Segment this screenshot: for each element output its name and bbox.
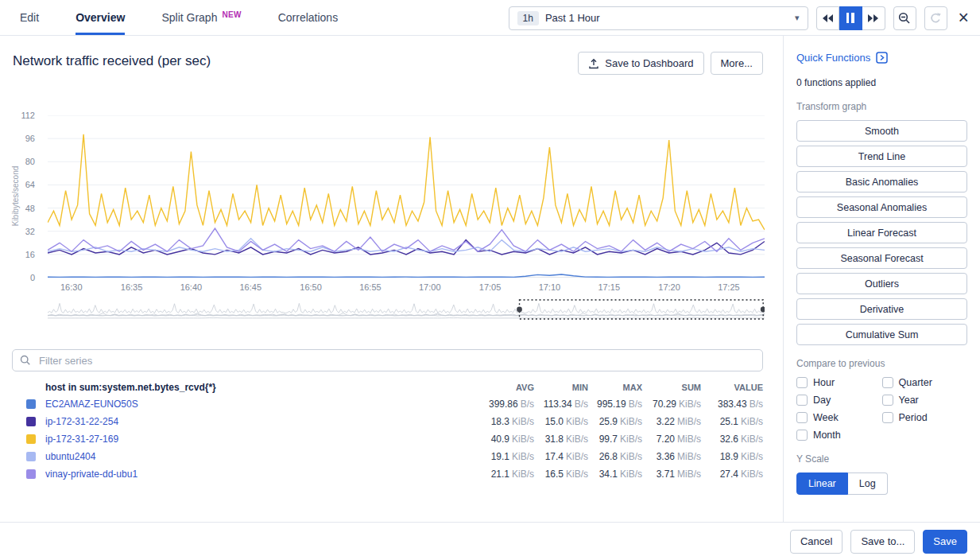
x-axis-ticks: 16:3016:3516:4016:4516:5016:5517:0017:05… [48,282,765,294]
transform-button-basic-anomalies[interactable]: Basic Anomalies [796,171,967,192]
functions-sidebar: Quick Functions 0 functions applied Tran… [783,36,980,522]
zoom-out-button[interactable] [893,6,916,30]
compare-checkbox-month[interactable]: Month [796,430,882,441]
compare-checkbox-period[interactable]: Period [882,412,968,423]
tab-correlations[interactable]: Correlations [278,0,338,35]
compare-to-previous-label: Compare to previous [796,358,967,369]
brush-selection[interactable] [520,300,764,319]
reset-zoom-button[interactable] [924,6,947,30]
series-swatch [26,417,36,426]
table-row[interactable]: vinay-private-dd-ubu1 21.1KiB/s 16.5KiB/… [12,465,763,483]
time-range-selector[interactable]: 1h Past 1 Hour ▾ [509,6,808,30]
transform-button-seasonal-anomalies[interactable]: Seasonal Anomalies [796,196,967,218]
tab-edit-label: Edit [20,11,39,24]
series-swatch [26,399,36,409]
series-host-link[interactable]: vinay-private-dd-ubu1 [45,469,138,480]
tab-correlations-label: Correlations [278,11,338,24]
save-to-button[interactable]: Save to... [850,530,915,554]
time-range-chip: 1h [517,11,539,25]
checkbox-icon [882,395,893,406]
column-min: MIN [534,383,588,392]
close-button[interactable]: × [957,9,970,27]
tab-split-graph-label: Split Graph [161,11,217,24]
checkbox-icon [796,412,808,423]
compare-hour-label: Hour [813,377,835,388]
series-table: host in sum:system.net.bytes_rcvd{*} AVG… [12,379,763,483]
transform-button-cumulative-sum[interactable]: Cumulative Sum [796,324,967,345]
brush-handle-right[interactable] [761,307,765,313]
tab-split-graph[interactable]: Split Graph NEW [161,0,241,35]
pause-icon [846,13,854,23]
pause-button[interactable] [839,6,862,30]
transform-button-seasonal-forecast[interactable]: Seasonal Forecast [796,247,967,269]
x-tick-label: 16:50 [295,282,327,292]
page-title: Network traffic received (per sec) [13,53,211,69]
column-value: VALUE [701,383,763,392]
compare-period-label: Period [899,412,928,423]
y-tick-label: 64 [25,180,35,189]
series-line [48,239,765,251]
step-forward-button[interactable] [862,6,885,30]
yscale-log-button[interactable]: Log [848,472,888,495]
compare-week-label: Week [813,412,839,423]
functions-applied-text: 0 functions applied [796,77,967,88]
compare-checkbox-year[interactable]: Year [882,395,968,406]
compare-month-label: Month [813,430,841,441]
checkbox-icon [796,395,808,406]
yscale-linear-button[interactable]: Linear [796,472,848,495]
transform-button-outliers[interactable]: Outliers [796,273,967,294]
metric-explorer-modal: Edit Overview Split Graph NEW Correlatio… [0,0,980,560]
timeline-brush[interactable] [48,299,765,320]
graph-actions: Save to Dashboard More... [578,52,763,75]
tab-overview[interactable]: Overview [76,0,125,35]
series-host-link[interactable]: ubuntu2404 [45,451,95,462]
compare-checkbox-hour[interactable]: Hour [796,377,882,388]
save-button[interactable]: Save [923,530,967,554]
series-line [48,228,765,251]
save-to-dashboard-button[interactable]: Save to Dashboard [578,52,703,75]
y-tick-label: 96 [25,134,35,143]
checkbox-icon [796,430,808,441]
brush-handle-left[interactable] [517,307,522,313]
y-tick-label: 16 [25,250,35,259]
transform-buttons: Smooth Trend Line Basic Anomalies Season… [796,120,967,345]
quick-functions-link[interactable]: Quick Functions [796,52,967,64]
timeseries-chart[interactable] [48,115,765,278]
series-swatch [26,452,36,461]
filter-series-field [12,349,763,371]
compare-year-label: Year [899,395,919,406]
series-host-link[interactable]: ip-172-31-22-254 [45,416,118,427]
series-host-link[interactable]: EC2AMAZ-EUNO50S [45,399,138,410]
step-forward-icon [868,14,878,22]
x-tick-label: 17:10 [533,282,565,292]
filter-series-input[interactable] [37,354,755,368]
series-table-header: host in sum:system.net.bytes_rcvd{*} AVG… [12,379,763,395]
table-row[interactable]: EC2AMAZ-EUNO50S 399.86B/s 113.34B/s 995.… [12,395,763,413]
series-host-link[interactable]: ip-172-31-27-169 [45,434,118,445]
table-row[interactable]: ubuntu2404 19.1KiB/s 17.4KiB/s 26.8KiB/s… [12,448,763,465]
compare-checkbox-day[interactable]: Day [796,395,882,406]
transform-button-derivative[interactable]: Derivative [796,298,967,320]
y-tick-label: 80 [25,157,35,166]
footer-bar: Cancel Save to... Save [0,522,980,560]
checkbox-icon [882,377,893,388]
cancel-button[interactable]: Cancel [790,530,842,554]
series-line [48,134,765,230]
step-backward-button[interactable] [816,6,839,30]
y-scale-label: Y Scale [796,453,967,465]
compare-checkbox-week[interactable]: Week [796,412,882,423]
transform-button-linear-forecast[interactable]: Linear Forecast [796,222,967,243]
x-tick-label: 17:25 [713,282,745,292]
x-tick-label: 16:55 [354,282,386,292]
y-tick-label: 48 [25,204,35,213]
search-icon [20,355,31,366]
x-tick-label: 17:20 [653,282,685,292]
transform-button-smooth[interactable]: Smooth [796,120,967,142]
y-scale-toggle: Linear Log [796,472,967,495]
transform-button-trend-line[interactable]: Trend Line [796,146,967,167]
table-row[interactable]: ip-172-31-27-169 40.9KiB/s 31.8KiB/s 99.… [12,430,763,448]
tab-edit[interactable]: Edit [20,0,39,35]
table-row[interactable]: ip-172-31-22-254 18.3KiB/s 15.0KiB/s 25.… [12,413,763,430]
compare-checkbox-quarter[interactable]: Quarter [882,377,968,388]
more-button[interactable]: More... [711,52,763,75]
